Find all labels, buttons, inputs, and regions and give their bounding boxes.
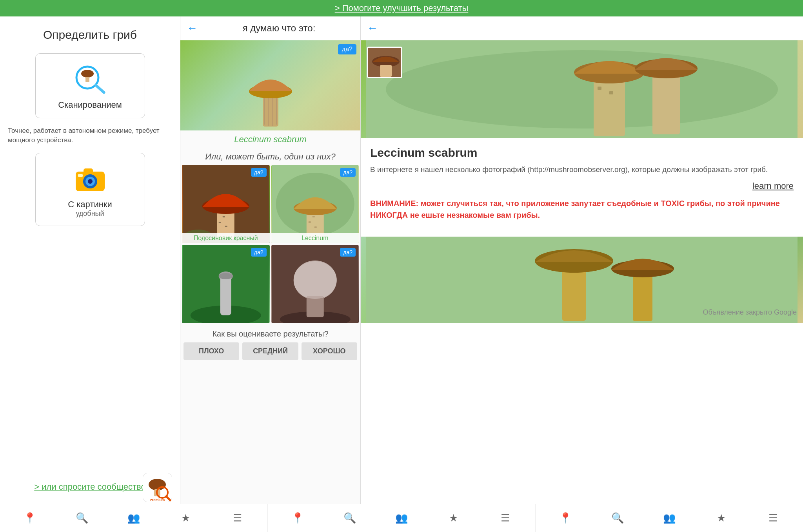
middle-content: да? Leccinum scabrum Или, может быть, од… <box>180 40 360 504</box>
rate-bad-button[interactable]: ПЛОХО <box>183 342 239 360</box>
top-bar-banner[interactable]: > Помогите улучшить результаты <box>0 0 803 16</box>
scan-label: Сканированием <box>58 100 122 110</box>
nav-search-2[interactable]: 🔍 <box>343 512 356 525</box>
svg-rect-55 <box>598 87 601 90</box>
thumb-1-yes: да? <box>251 168 267 177</box>
main-yes-badge[interactable]: да? <box>338 44 356 54</box>
nav-people-3[interactable]: 👥 <box>663 512 676 525</box>
back-button-middle[interactable]: ← <box>187 22 198 34</box>
middle-title: я думаю что это: <box>204 23 354 34</box>
ad-label: Объявление закрыто Google <box>703 308 797 317</box>
community-link[interactable]: > или спросите сообщество <box>34 482 146 492</box>
bottom-nav: 📍 🔍 👥 ★ ☰ 📍 🔍 👥 ★ ☰ 📍 🔍 👥 ★ ☰ <box>0 504 803 532</box>
right-content: Leccinum scabrum В интернете я нашел нес… <box>361 40 803 504</box>
thumbnails-grid: да? Подосиновик красный <box>180 165 360 323</box>
svg-rect-62 <box>380 65 392 77</box>
nav-star-2[interactable]: ★ <box>447 512 460 525</box>
right-panel: ← <box>361 16 803 504</box>
svg-rect-48 <box>306 296 323 317</box>
thumb-1-mushroom <box>182 165 270 243</box>
nav-menu-2[interactable]: ☰ <box>499 512 512 525</box>
svg-rect-5 <box>84 168 93 174</box>
left-title: Определить гриб <box>43 28 137 42</box>
svg-point-1 <box>81 70 94 78</box>
rate-good-button[interactable]: ХОРОШО <box>302 342 357 360</box>
svg-point-44 <box>219 273 233 279</box>
thumb-4-bg <box>271 245 359 323</box>
thumb-3-bg <box>182 245 270 323</box>
thumb-3-mushroom <box>182 245 270 323</box>
svg-rect-9 <box>78 174 83 177</box>
svg-rect-36 <box>312 216 314 217</box>
thumb-2-bg <box>271 165 359 243</box>
nav-menu-1[interactable]: ☰ <box>231 512 244 525</box>
ad-area: Объявление закрыто Google <box>361 237 803 323</box>
thumb-2-yes: да? <box>340 168 356 177</box>
nav-menu-3[interactable]: ☰ <box>767 512 779 525</box>
rate-buttons: ПЛОХО СРЕДНИЙ ХОРОШО <box>183 342 357 360</box>
middle-header: ← я думаю что это: <box>180 16 360 40</box>
svg-rect-2 <box>85 77 89 82</box>
right-header: ← <box>361 16 803 40</box>
right-thumbnail[interactable] <box>367 47 402 78</box>
svg-rect-29 <box>219 222 221 223</box>
warning-text: ВНИМАНИЕ: может случиться так, что прило… <box>370 197 794 221</box>
right-thumb-img <box>368 48 402 78</box>
thumb-3[interactable]: да? <box>182 245 270 323</box>
rate-section: Как вы оцениваете результаты? ПЛОХО СРЕД… <box>180 323 360 363</box>
camera-label: С картинки <box>68 199 112 210</box>
main-mushroom-svg <box>245 48 296 130</box>
left-panel: Определить гриб Сканированием Точнее, ра… <box>0 16 180 504</box>
nav-section-1: 📍 🔍 👥 ★ ☰ <box>0 504 268 532</box>
camera-icon-container <box>71 161 110 196</box>
thumb-1-bg <box>182 165 270 243</box>
camera-icon <box>73 163 108 194</box>
thumb-1-label: Подосиновик красный <box>182 233 270 243</box>
top-bar-label: > Помогите улучшить результаты <box>335 3 469 13</box>
premium-icon: Premium <box>143 473 172 502</box>
main-species-name[interactable]: Leccinum scabrum <box>180 130 360 148</box>
svg-text:Premium: Premium <box>150 498 165 502</box>
camera-option[interactable]: С картинки удобный <box>35 153 145 226</box>
thumb-4[interactable]: да? <box>271 245 359 323</box>
svg-rect-30 <box>225 226 227 227</box>
svg-point-49 <box>293 261 336 299</box>
svg-rect-43 <box>220 276 231 315</box>
or-text: Или, может быть, один из них? <box>180 148 360 165</box>
thumb-1[interactable]: да? Подосиновик красный <box>182 165 270 243</box>
svg-point-8 <box>88 179 93 184</box>
thumb-2[interactable]: да? Leccinum <box>271 165 359 243</box>
nav-people-2[interactable]: 👥 <box>395 512 408 525</box>
left-bottom: > или спросите сообщество Premium <box>8 478 172 492</box>
rate-title: Как вы оцениваете результаты? <box>183 329 357 338</box>
scan-icon-container <box>71 62 110 97</box>
scan-option[interactable]: Сканированием <box>35 53 145 118</box>
thumb-2-mushroom <box>271 165 359 243</box>
nav-people-1[interactable]: 👥 <box>127 512 140 525</box>
back-button-right[interactable]: ← <box>367 22 378 34</box>
learn-more-link[interactable]: learn more <box>370 181 794 191</box>
nav-search-1[interactable]: 🔍 <box>76 512 88 525</box>
nav-location-2[interactable]: 📍 <box>291 512 304 525</box>
svg-point-51 <box>386 50 778 128</box>
nav-section-2: 📍 🔍 👥 ★ ☰ <box>268 504 536 532</box>
nav-location-3[interactable]: 📍 <box>559 512 572 525</box>
nav-search-3[interactable]: 🔍 <box>611 512 624 525</box>
camera-sublabel: удобный <box>76 210 104 218</box>
premium-badge[interactable]: Premium <box>143 473 172 504</box>
thumb-3-yes: да? <box>251 248 267 257</box>
nav-section-3: 📍 🔍 👥 ★ ☰ <box>536 504 803 532</box>
svg-line-3 <box>96 85 104 92</box>
svg-rect-56 <box>609 91 613 94</box>
scan-desc: Точнее, работает в автономном режиме, тр… <box>8 126 172 145</box>
right-species-title: Leccinum scabrum <box>370 146 794 159</box>
nav-star-1[interactable]: ★ <box>179 512 192 525</box>
nav-star-3[interactable]: ★ <box>715 512 727 525</box>
svg-point-11 <box>149 479 166 490</box>
rate-mid-button[interactable]: СРЕДНИЙ <box>242 342 298 360</box>
middle-panel: ← я думаю что это: да? <box>180 16 361 504</box>
nav-location-1[interactable]: 📍 <box>24 512 36 525</box>
svg-rect-38 <box>314 226 316 228</box>
thumb-2-label: Leccinum <box>271 233 359 243</box>
right-description: В интернете я нашел несколько фотографий… <box>370 164 794 176</box>
